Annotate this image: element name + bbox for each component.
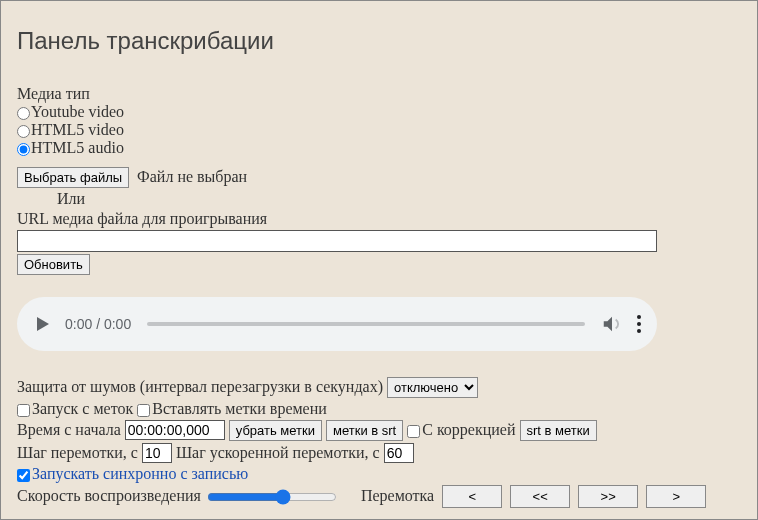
time-from-start-input[interactable]: [125, 420, 225, 440]
media-type-label: Медиа тип: [17, 85, 741, 103]
playback-speed-label: Скорость воспроизведения: [17, 487, 201, 504]
radio-youtube-text: Youtube video: [31, 103, 124, 120]
more-icon[interactable]: [637, 315, 641, 333]
with-correction-checkbox[interactable]: [407, 425, 420, 438]
rewind-fastforward-button[interactable]: >>: [578, 485, 638, 508]
noise-select[interactable]: отключено: [387, 377, 478, 398]
transcription-panel: Панель транскрибации Медиа тип Youtube v…: [0, 0, 758, 520]
rewind-fastback-button[interactable]: <<: [510, 485, 570, 508]
or-label: Или: [57, 190, 741, 208]
marks-to-srt-button[interactable]: метки в srt: [326, 420, 403, 441]
playback-speed-slider[interactable]: [207, 489, 337, 505]
media-url-input[interactable]: [17, 230, 657, 252]
radio-html5video-label[interactable]: HTML5 video: [17, 121, 741, 139]
update-button[interactable]: Обновить: [17, 254, 90, 275]
rewind-forward-button[interactable]: >: [646, 485, 706, 508]
fast-step-input[interactable]: [384, 443, 414, 463]
panel-title: Панель транскрибации: [17, 27, 741, 55]
rewind-label: Перемотка: [361, 487, 434, 504]
radio-html5video[interactable]: [17, 125, 30, 138]
noise-label: Защита от шумов (интервал перезагрузки в…: [17, 378, 383, 395]
start-from-marks-label[interactable]: Запуск с меток: [17, 400, 133, 417]
radio-html5audio-text: HTML5 audio: [31, 139, 124, 156]
media-type-group: Медиа тип Youtube video HTML5 video HTML…: [17, 85, 741, 157]
player-time: 0:00 / 0:00: [65, 316, 131, 332]
choose-files-button[interactable]: Выбрать файлы: [17, 167, 129, 188]
file-status-text: Файл не выбран: [137, 168, 247, 185]
with-correction-label[interactable]: С коррекцией: [407, 421, 515, 438]
rewind-step-label: Шаг перемотки, с: [17, 444, 138, 461]
insert-timestamps-label[interactable]: Вставлять метки времени: [137, 400, 327, 417]
url-label: URL медиа файла для проигрывания: [17, 210, 741, 228]
rewind-back-button[interactable]: <: [442, 485, 502, 508]
start-from-marks-checkbox[interactable]: [17, 404, 30, 417]
controls-block: Защита от шумов (интервал перезагрузки в…: [17, 377, 741, 508]
sync-with-record-checkbox[interactable]: [17, 469, 30, 482]
radio-html5audio-label[interactable]: HTML5 audio: [17, 139, 741, 157]
srt-to-marks-button[interactable]: srt в метки: [520, 420, 597, 441]
radio-html5video-text: HTML5 video: [31, 121, 124, 138]
audio-player[interactable]: 0:00 / 0:00: [17, 297, 657, 351]
radio-youtube-label[interactable]: Youtube video: [17, 103, 741, 121]
remove-marks-button[interactable]: убрать метки: [229, 420, 322, 441]
radio-youtube[interactable]: [17, 107, 30, 120]
fast-step-label: Шаг ускоренной перемотки, с: [176, 444, 380, 461]
play-icon[interactable]: [37, 317, 49, 331]
rewind-step-input[interactable]: [142, 443, 172, 463]
file-chooser-row: Выбрать файлы Файл не выбран: [17, 167, 741, 188]
insert-timestamps-checkbox[interactable]: [137, 404, 150, 417]
radio-html5audio[interactable]: [17, 143, 30, 156]
time-from-start-label: Время с начала: [17, 421, 121, 438]
sync-with-record-label[interactable]: Запускать синхронно с записью: [17, 465, 248, 482]
player-progress[interactable]: [147, 322, 585, 326]
volume-icon[interactable]: [601, 313, 623, 335]
